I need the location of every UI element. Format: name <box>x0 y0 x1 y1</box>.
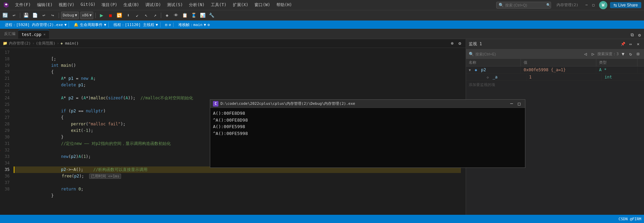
split-editor-btn[interactable]: ⧉ <box>629 32 635 38</box>
ln-35: 35 <box>0 166 12 173</box>
search-prev-btn[interactable]: ◁ <box>582 51 588 57</box>
watch-row-a[interactable]: ◇ _a 1 int <box>466 74 644 81</box>
stop-btn[interactable]: ■ <box>107 12 114 19</box>
redo-btn[interactable]: ↪ <box>49 12 57 19</box>
p2-type-icon: ◆ <box>475 67 477 72</box>
memory-btn[interactable]: 📊 <box>199 12 206 19</box>
ln-24: 24 <box>0 95 12 101</box>
thread-dropdown[interactable]: ▼ <box>156 23 158 27</box>
expand-a-arrow[interactable]: ◇ <box>487 75 489 79</box>
threads-btn[interactable]: 🧵 <box>190 12 198 19</box>
refresh-btn[interactable]: ↻ <box>628 51 634 57</box>
watch-row-p2-name: ▼ ◆ p2 <box>466 66 521 73</box>
close-monitor-btn[interactable]: × <box>635 41 641 47</box>
step-out-btn[interactable]: ↖ <box>142 12 150 19</box>
pin-monitor-btn[interactable]: 📌 <box>620 41 626 47</box>
step-into-btn[interactable]: ↙ <box>133 12 141 19</box>
menu-help[interactable]: 帮助(H) <box>274 1 295 9</box>
arch-dropdown[interactable]: x86 ▼ <box>80 12 94 19</box>
continue-btn[interactable]: ▶ <box>98 12 105 19</box>
code-line-19: { <box>14 62 461 69</box>
editor-settings-btn[interactable]: ⚙ <box>457 40 463 47</box>
menu-project[interactable]: 项目(P) <box>99 1 120 9</box>
add-watch-btn[interactable]: ⊕ <box>449 40 455 47</box>
monitor-search-input[interactable] <box>475 52 581 56</box>
run-cursor-btn[interactable]: ↗ <box>151 12 159 19</box>
code-line-17: [; <box>14 49 461 56</box>
callstack-btn[interactable]: 📋 <box>181 12 189 19</box>
toolbar-sep-2 <box>59 13 59 18</box>
menu-window[interactable]: 窗口(W) <box>252 1 273 9</box>
stack-icon: ⚙ <box>207 23 210 27</box>
watch-row-p2[interactable]: ▼ ◆ p2 0x00fe5998 {_a=1} A * <box>466 66 644 74</box>
menu-view[interactable]: 视图(V) <box>56 1 77 9</box>
ln-20: 20 <box>0 69 12 75</box>
ln-29: 29 <box>0 127 12 134</box>
watch-btn[interactable]: 👁 <box>172 12 180 19</box>
filter-section: ⊟ ⊘ <box>163 23 174 27</box>
restart-btn[interactable]: 🔁 <box>116 12 123 19</box>
active-tab[interactable]: test.cpp × <box>18 30 49 39</box>
terminal-maximize-btn[interactable]: □ <box>516 101 522 107</box>
save-all-btn[interactable]: 📄 <box>31 12 39 19</box>
ln-33: 33 <box>0 153 12 160</box>
add-watch-item[interactable]: 添加要监视的项 <box>466 81 644 89</box>
title-bar-right: 🔍 🔍 内存管理(2) ─ □ W ⇆ Live Share <box>496 1 641 9</box>
global-search-box[interactable]: 🔍 🔍 <box>496 2 551 9</box>
maximize-button[interactable]: □ <box>591 2 596 8</box>
search-next-btn[interactable]: ▷ <box>590 51 596 57</box>
registers-btn[interactable]: 🔧 <box>208 12 215 19</box>
monitor-actions: 📌 ⇔ × <box>620 41 641 47</box>
tab-close-btn[interactable]: × <box>44 33 46 36</box>
ln-21: 21 <box>0 75 12 82</box>
user-avatar[interactable]: W <box>599 1 607 9</box>
menu-extensions[interactable]: 扩展(X) <box>230 1 251 9</box>
menu-git[interactable]: Git(G) <box>78 1 98 9</box>
stack-dropdown[interactable]: ▼ <box>204 23 206 27</box>
breakpoints-btn[interactable]: ◈ <box>163 12 171 19</box>
menu-debug[interactable]: 调试(D) <box>143 1 164 9</box>
tab-settings-btn[interactable]: ⚙ <box>636 32 643 38</box>
collapse-btn[interactable]: ⊟ <box>635 51 641 57</box>
toolbar: 🔄 ↩ 💾 📄 ↩ ↪ Debug ▼ x86 ▼ ▶ ■ 🔁 ⬇ ↙ ↖ ↗ … <box>0 10 644 21</box>
live-share-button[interactable]: ⇆ Live Share <box>610 2 641 8</box>
depth-dropdown[interactable]: ▼ <box>620 51 626 57</box>
stack-label: 堆栈帧：main <box>178 22 203 27</box>
code-line-37: return 0; <box>14 179 461 186</box>
process-dropdown[interactable]: ▼ <box>64 23 67 27</box>
monitor-search-icon: 🔍 <box>469 52 474 57</box>
global-search-input[interactable] <box>505 3 546 7</box>
window-title: 内存管理(2) <box>557 2 579 8</box>
move-monitor-btn[interactable]: ⇔ <box>628 41 634 47</box>
undo-btn[interactable]: ↩ <box>40 12 48 19</box>
terminal-minimize-btn[interactable]: ─ <box>509 101 515 107</box>
terminal-title: D:\code\code\2022cplus\cplus\内存管理(2)\Deb… <box>220 101 506 106</box>
terminal-content: A():00FE8D98 ^A():00FE8D98 A():00FE5998 … <box>210 108 525 168</box>
events-dropdown[interactable]: ▼ <box>104 23 106 27</box>
menu-tools[interactable]: 工具(T) <box>208 1 229 9</box>
menu-analyze[interactable]: 分析(N) <box>186 1 207 9</box>
menu-test[interactable]: 测试(S) <box>164 1 186 9</box>
col-header-value: 值 <box>521 59 596 66</box>
search-icon: 🔍 <box>499 3 504 8</box>
ln-19: 19 <box>0 62 12 69</box>
monitor-search-bar: 🔍 ◁ ▷ 搜索深度：3 ▼ ↻ ⊟ <box>466 49 644 59</box>
save-btn[interactable]: 💾 <box>22 12 30 19</box>
monitor-title: 监视 1 <box>469 41 620 47</box>
step-over-btn[interactable]: ⬇ <box>124 12 132 19</box>
menu-build[interactable]: 生成(B) <box>121 1 142 9</box>
back-btn[interactable]: ↩ <box>10 12 18 19</box>
events-section: 🔔 生命周期事件 ▼ <box>72 22 109 27</box>
events-icon: 🔔 <box>74 23 79 27</box>
debug-config-dropdown[interactable]: Debug ▼ <box>61 12 79 19</box>
search-shortcut: 🔍 <box>546 3 550 7</box>
new-file-btn[interactable]: 🔄 <box>1 12 9 19</box>
menu-file[interactable]: 文件(F) <box>12 1 34 9</box>
watch-row-p2-value: 0x00fe5998 {_a=1} <box>521 66 596 73</box>
disasm-tab[interactable]: 反汇编 <box>1 31 18 36</box>
expand-p2-arrow[interactable]: ▼ <box>469 68 471 72</box>
menu-edit[interactable]: 编辑(E) <box>34 1 56 9</box>
ln-37: 37 <box>0 179 12 186</box>
minimize-button[interactable]: ─ <box>584 2 589 8</box>
editor-toolbar-right: ⊕ ⚙ <box>449 40 463 47</box>
